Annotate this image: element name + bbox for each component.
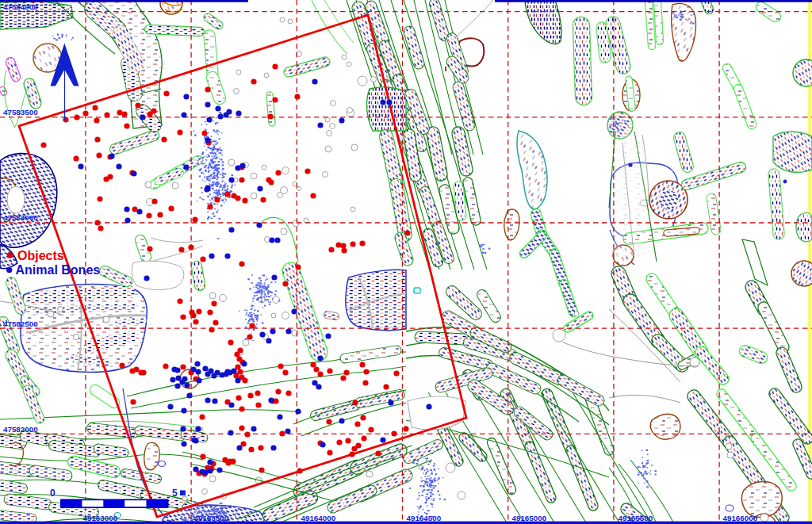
- svg-text:49165000: 49165000: [512, 514, 547, 522]
- svg-text:47582500: 47582500: [3, 319, 38, 328]
- svg-text:49164500: 49164500: [407, 514, 442, 522]
- svg-text:47584000: 47584000: [3, 2, 38, 11]
- svg-text:49166000: 49166000: [723, 514, 758, 522]
- svg-text:.: .: [187, 488, 190, 499]
- svg-text:49165500: 49165500: [619, 514, 653, 522]
- svg-text:49163500: 49163500: [194, 514, 229, 522]
- svg-text:47582000: 47582000: [3, 425, 38, 434]
- svg-text:Objects: Objects: [17, 249, 64, 262]
- svg-text:47583500: 47583500: [3, 108, 38, 117]
- svg-text:49164000: 49164000: [301, 514, 336, 522]
- svg-text:49163000: 49163000: [83, 514, 118, 522]
- svg-text:Animal Bones: Animal Bones: [16, 263, 101, 277]
- svg-text:5: 5: [172, 488, 178, 499]
- svg-text:0: 0: [50, 488, 56, 499]
- svg-text:47583000: 47583000: [3, 213, 38, 222]
